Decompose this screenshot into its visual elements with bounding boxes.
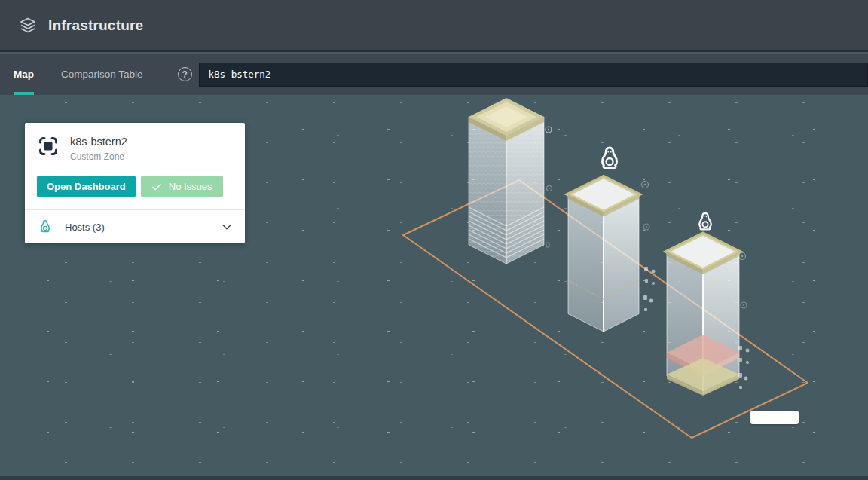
toolbar: Map Comparison Table ? — [0, 54, 868, 95]
status-badge: No Issues — [141, 176, 223, 197]
entity-icon[interactable] — [741, 302, 747, 308]
entity-icon-cluster[interactable] — [738, 346, 750, 389]
search-input[interactable] — [199, 63, 868, 87]
entity-icon[interactable] — [643, 224, 649, 230]
entity-icon[interactable] — [546, 243, 549, 247]
linux-penguin-icon — [602, 148, 616, 168]
host-tower[interactable] — [667, 213, 739, 396]
linux-penguin-icon — [37, 219, 53, 235]
entity-icon[interactable] — [546, 127, 552, 133]
tab-comparison-table[interactable]: Comparison Table — [47, 54, 157, 95]
page-title: Infrastructure — [48, 17, 143, 34]
chevron-down-icon[interactable] — [221, 221, 233, 233]
check-icon — [151, 182, 162, 192]
layers-icon — [18, 16, 38, 35]
help-icon[interactable]: ? — [178, 67, 192, 81]
map-label — [750, 411, 799, 424]
entity-icon[interactable] — [642, 182, 649, 188]
map-bottom-strip — [0, 476, 868, 480]
host-tower[interactable] — [469, 95, 544, 264]
host-tower[interactable] — [568, 148, 639, 332]
zone-focus-icon — [37, 135, 60, 157]
zone-card: k8s-bstern2 Custom Zone Open Dashboard N… — [25, 123, 245, 243]
tab-group: Map Comparison Table — [0, 54, 157, 95]
entity-icon[interactable] — [739, 253, 746, 260]
zone-title: k8s-bstern2 — [70, 135, 127, 148]
hosts-expander[interactable]: Hosts (3) — [25, 210, 245, 243]
entity-icon-cluster[interactable] — [643, 267, 656, 311]
app-header: Infrastructure — [0, 0, 868, 52]
infrastructure-map[interactable]: k8s-bstern2 Custom Zone Open Dashboard N… — [0, 95, 868, 480]
tab-map[interactable]: Map — [0, 54, 47, 95]
status-label: No Issues — [169, 181, 212, 192]
linux-penguin-icon — [699, 213, 711, 229]
entity-icon[interactable] — [547, 186, 552, 191]
open-dashboard-button[interactable]: Open Dashboard — [37, 176, 136, 197]
hosts-label: Hosts (3) — [65, 222, 221, 233]
zone-subtitle: Custom Zone — [70, 151, 127, 162]
